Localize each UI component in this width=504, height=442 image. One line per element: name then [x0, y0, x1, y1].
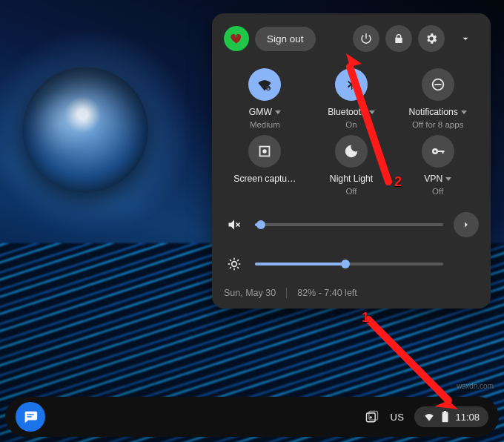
divider — [286, 288, 287, 298]
pinned-app-messages[interactable] — [16, 402, 45, 432]
watermark: wsxdn.com — [457, 382, 494, 390]
avatar[interactable] — [224, 26, 249, 51]
quick-tiles-grid: GMW Medium Bluetooth On Notifications Of… — [224, 68, 479, 196]
gear-icon — [425, 32, 438, 45]
battery-icon — [441, 411, 449, 423]
tile-bluetooth[interactable]: Bluetooth On — [311, 68, 393, 129]
sliders — [224, 212, 479, 274]
holding-space-button[interactable] — [365, 409, 379, 424]
tile-sublabel: On — [345, 120, 357, 129]
footer-date: Sun, May 30 — [224, 288, 276, 298]
audio-settings-button[interactable] — [454, 212, 479, 237]
chevron-down-icon — [275, 110, 281, 114]
tile-vpn[interactable]: VPN Off — [397, 135, 479, 196]
tile-label: VPN — [424, 174, 451, 184]
panel-header: Sign out — [224, 25, 479, 52]
chevron-down-icon — [460, 33, 471, 44]
svg-rect-20 — [27, 414, 33, 415]
bluetooth-icon — [335, 68, 368, 101]
chevron-down-icon — [369, 110, 375, 114]
wifi-icon — [423, 411, 435, 423]
tile-sublabel: Off for 8 apps — [412, 120, 463, 129]
tile-label: Bluetooth — [328, 107, 375, 117]
svg-rect-25 — [444, 411, 446, 412]
chevron-right-icon — [461, 220, 471, 230]
tile-nightlight[interactable]: Night Light Off — [311, 135, 393, 196]
vpn-key-icon — [422, 135, 454, 168]
tile-label: Screen captu… — [233, 174, 296, 184]
tile-label: Notifications — [408, 107, 466, 117]
quick-settings-panel: Sign out GMW Medium Bluetooth — [212, 13, 491, 309]
svg-rect-24 — [442, 412, 448, 423]
tile-wifi[interactable]: GMW Medium — [224, 68, 306, 129]
svg-line-17 — [237, 267, 239, 268]
svg-line-16 — [230, 260, 231, 261]
shelf: US 11:08 — [5, 397, 499, 437]
collapse-button[interactable] — [452, 25, 479, 52]
sign-out-button[interactable]: Sign out — [255, 27, 316, 51]
tile-sublabel: Medium — [250, 120, 280, 129]
volume-slider[interactable] — [255, 223, 443, 226]
callout-2: 2 — [394, 174, 402, 190]
heart-icon — [230, 32, 243, 45]
svg-point-6 — [434, 150, 436, 152]
svg-line-18 — [230, 267, 231, 268]
volume-mute-icon[interactable] — [224, 214, 245, 235]
power-icon — [359, 32, 373, 45]
tile-screencapture[interactable]: Screen captu… — [224, 135, 306, 196]
svg-point-4 — [263, 149, 268, 154]
messages-icon — [22, 409, 39, 425]
clock: 11:08 — [455, 412, 480, 423]
panel-footer: Sun, May 30 82% - 7:40 left — [224, 288, 479, 298]
tile-label: Night Light — [330, 174, 373, 184]
tile-sublabel: Off — [345, 187, 357, 196]
chevron-down-icon — [461, 110, 467, 114]
svg-rect-8 — [442, 151, 443, 154]
wifi-icon — [248, 68, 281, 101]
holding-space-icon — [365, 409, 379, 424]
lock-icon — [393, 33, 405, 44]
footer-battery: 82% - 7:40 left — [297, 288, 357, 298]
brightness-row — [224, 254, 479, 274]
screen-capture-icon — [248, 135, 281, 168]
svg-rect-23 — [369, 412, 378, 420]
tile-notifications[interactable]: Notifications Off for 8 apps — [397, 68, 479, 129]
callout-1: 1 — [362, 310, 369, 326]
tile-label: GMW — [249, 107, 281, 117]
brightness-icon[interactable] — [224, 254, 245, 274]
ime-indicator[interactable]: US — [390, 412, 404, 423]
brightness-slider[interactable] — [255, 263, 443, 265]
dnd-icon — [422, 68, 454, 101]
volume-row — [224, 212, 479, 237]
status-area[interactable]: 11:08 — [414, 406, 488, 427]
lock-button[interactable] — [385, 25, 412, 52]
svg-line-19 — [237, 260, 239, 261]
power-button[interactable] — [353, 25, 379, 52]
svg-point-11 — [232, 262, 237, 267]
night-light-icon — [335, 135, 368, 168]
tile-sublabel: Off — [432, 187, 443, 196]
chevron-down-icon — [445, 177, 451, 181]
settings-button[interactable] — [418, 25, 445, 52]
svg-rect-21 — [27, 416, 31, 417]
